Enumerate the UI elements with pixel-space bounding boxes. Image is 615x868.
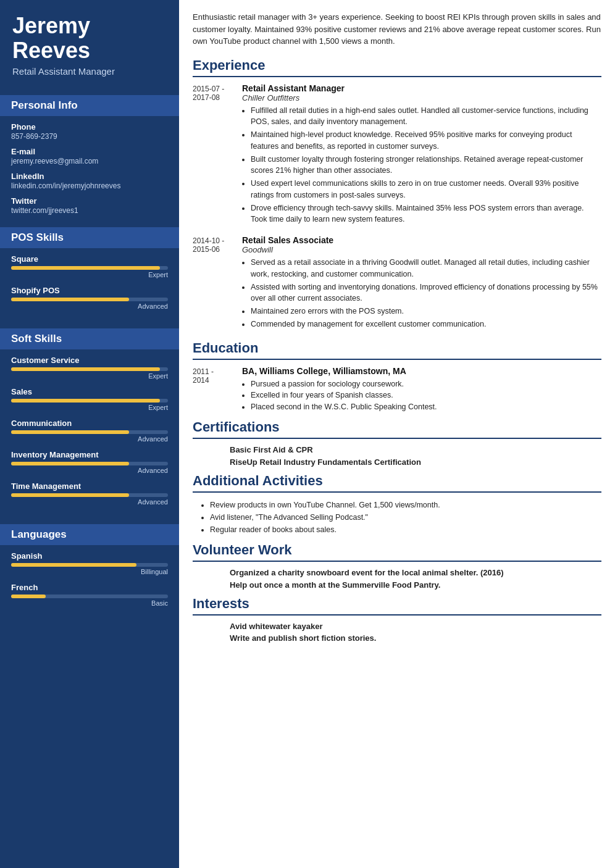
skill-name: French xyxy=(11,583,168,592)
education-heading: Education xyxy=(193,340,601,360)
skill-level: Expert xyxy=(11,271,168,278)
skill-bar-fill xyxy=(11,563,136,567)
exp-role: Retail Sales Associate xyxy=(242,235,601,245)
volunteer-block: Help out once a month at the Summerville… xyxy=(193,580,601,590)
edu-bullet: Excelled in four years of Spanish classe… xyxy=(251,390,601,401)
exp-bullet: Used expert level communications skills … xyxy=(251,178,601,201)
skill-bar-bg xyxy=(11,266,168,270)
skill-name: Shopify POS xyxy=(11,286,168,295)
skill-level: Advanced xyxy=(11,467,168,474)
skill-name: Communication xyxy=(11,419,168,428)
interest-block: Write and publish short fiction stories. xyxy=(193,633,601,643)
skill-item: French Basic xyxy=(11,583,168,607)
skill-name: Sales xyxy=(11,387,168,396)
linkedin-label: LinkedIn xyxy=(11,172,168,181)
pos-skills-section: POS Skills Square Expert Shopify POS Adv… xyxy=(0,220,179,321)
exp-company: Chiller Outfitters xyxy=(242,93,601,102)
edu-content: BA, Williams College, Williamstown, MA P… xyxy=(242,366,601,413)
skill-name: Inventory Management xyxy=(11,450,168,459)
skill-level: Expert xyxy=(11,372,168,380)
cert-block: Basic First Aid & CPR xyxy=(193,445,601,454)
personal-info-heading: Personal Info xyxy=(0,95,179,116)
skill-item: Time Management Advanced xyxy=(11,482,168,506)
skill-name: Square xyxy=(11,254,168,264)
volunteer-heading: Volunteer Work xyxy=(193,542,601,562)
interest-block: Avid whitewater kayaker xyxy=(193,622,601,631)
skill-item: Sales Expert xyxy=(11,387,168,411)
skill-item: Shopify POS Advanced xyxy=(11,286,168,310)
skill-level: Expert xyxy=(11,404,168,411)
skill-bar-fill xyxy=(11,399,160,403)
skill-bar-bg xyxy=(11,298,168,301)
skill-level: Billingual xyxy=(11,568,168,575)
activity-item: Avid listener, "The Advanced Selling Pod… xyxy=(210,511,601,524)
cert-block: RiseUp Retail Industry Fundamentals Cert… xyxy=(193,457,601,467)
interest-text: Avid whitewater kayaker xyxy=(230,622,601,631)
experience-block: 2015-07 -2017-08 Retail Assistant Manage… xyxy=(193,83,601,227)
sidebar-header: Jeremy Reeves Retail Assistant Manager xyxy=(0,0,179,88)
summary-text: Enthusiastic retail manager with 3+ year… xyxy=(193,11,601,48)
exp-role: Retail Assistant Manager xyxy=(242,83,601,93)
interest-text: Write and publish short fiction stories. xyxy=(230,633,601,643)
skill-bar-bg xyxy=(11,367,168,371)
phone-value: 857-869-2379 xyxy=(11,132,168,141)
skill-item: Communication Advanced xyxy=(11,419,168,443)
skill-bar-fill xyxy=(11,298,129,301)
exp-content: Retail Assistant Manager Chiller Outfitt… xyxy=(242,83,601,227)
exp-bullet: Assisted with sorting and inventorying d… xyxy=(251,282,601,305)
volunteer-text: Help out once a month at the Summerville… xyxy=(230,580,601,590)
certifications-heading: Certifications xyxy=(193,419,601,439)
exp-dates: 2014-10 -2015-06 xyxy=(193,235,242,332)
soft-skills-heading: Soft Skills xyxy=(0,328,179,349)
exp-bullet: Served as a retail associate in a thrivi… xyxy=(251,257,601,280)
exp-bullet: Maintained zero errors with the POS syst… xyxy=(251,306,601,317)
personal-info-section: Personal Info Phone 857-869-2379 E-mail … xyxy=(0,88,179,220)
skill-bar-bg xyxy=(11,563,168,567)
exp-bullet: Fulfilled all retail duties in a high-en… xyxy=(251,105,601,128)
edu-bullet: Pursued a passion for sociology coursewo… xyxy=(251,378,601,390)
email-value: jeremy.reeves@gmail.com xyxy=(11,157,168,165)
interests-heading: Interests xyxy=(193,596,601,616)
skill-name: Spanish xyxy=(11,551,168,561)
exp-company: Goodwill xyxy=(242,245,601,254)
cert-name: RiseUp Retail Industry Fundamentals Cert… xyxy=(230,457,601,467)
experience-heading: Experience xyxy=(193,57,601,77)
skill-bar-fill xyxy=(11,266,160,270)
candidate-name: Jeremy Reeves xyxy=(12,14,167,62)
skill-bar-bg xyxy=(11,430,168,434)
twitter-value: twitter.com/jjreeves1 xyxy=(11,206,168,215)
exp-bullet: Drove efficiency through tech-savvy skil… xyxy=(251,202,601,226)
pos-skills-heading: POS Skills xyxy=(0,227,179,248)
exp-content: Retail Sales Associate Goodwill Served a… xyxy=(242,235,601,332)
activity-item: Regular reader of books about sales. xyxy=(210,524,601,536)
skill-bar-bg xyxy=(11,493,168,497)
education-block: 2011 -2014 BA, Williams College, William… xyxy=(193,366,601,413)
skill-name: Time Management xyxy=(11,482,168,491)
edu-bullets: Pursued a passion for sociology coursewo… xyxy=(242,378,601,413)
phone-label: Phone xyxy=(11,122,168,131)
skill-item: Square Expert xyxy=(11,254,168,278)
exp-dates: 2015-07 -2017-08 xyxy=(193,83,242,227)
exp-bullets: Served as a retail associate in a thrivi… xyxy=(242,257,601,330)
skill-item: Inventory Management Advanced xyxy=(11,450,168,474)
exp-bullet: Commended by management for excellent cu… xyxy=(251,319,601,330)
activity-item: Review products in own YouTube Channel. … xyxy=(210,499,601,511)
main-content: Enthusiastic retail manager with 3+ year… xyxy=(179,0,615,868)
skill-bar-fill xyxy=(11,367,160,371)
skill-bar-fill xyxy=(11,462,129,465)
edu-dates: 2011 -2014 xyxy=(193,366,242,413)
volunteer-block: Organized a charity snowboard event for … xyxy=(193,568,601,577)
skill-name: Customer Service xyxy=(11,356,168,365)
exp-bullet: Built customer loyalty through fostering… xyxy=(251,154,601,177)
skill-level: Basic xyxy=(11,599,168,607)
skill-bar-bg xyxy=(11,399,168,403)
skill-bar-fill xyxy=(11,595,46,598)
additional-heading: Additional Activities xyxy=(193,473,601,493)
edu-bullet: Placed second in the W.S.C. Public Speak… xyxy=(251,401,601,413)
skill-level: Advanced xyxy=(11,435,168,443)
cert-name: Basic First Aid & CPR xyxy=(230,445,601,454)
skill-level: Advanced xyxy=(11,303,168,310)
edu-degree: BA, Williams College, Williamstown, MA xyxy=(242,366,601,376)
sidebar: Jeremy Reeves Retail Assistant Manager P… xyxy=(0,0,179,868)
linkedin-value: linkedin.com/in/jeremyjohnreeves xyxy=(11,182,168,190)
